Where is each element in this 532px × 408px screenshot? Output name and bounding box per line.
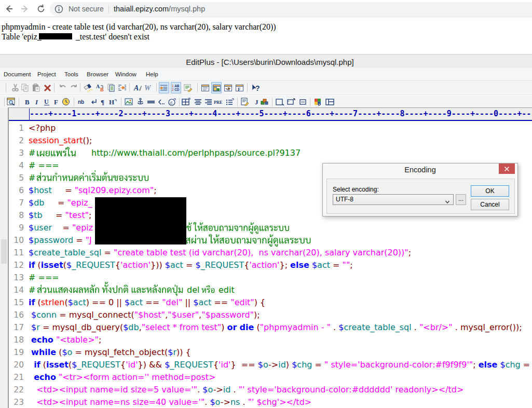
browser-preview-button[interactable]: [6, 97, 17, 107]
cancel-button[interactable]: Cancel: [471, 199, 509, 210]
svg-text:AB: AB: [174, 84, 180, 88]
window-doc-button[interactable]: [211, 82, 222, 93]
nbsp-button[interactable]: nb: [77, 97, 87, 107]
menu-help[interactable]: Help: [144, 70, 160, 78]
set-font-button[interactable]: A: [132, 82, 143, 93]
copyright-button[interactable]: c: [167, 97, 177, 107]
line-number-button[interactable]: 1AB2CD: [171, 82, 181, 93]
encoding-combobox[interactable]: UTF-8: [333, 194, 454, 205]
svg-text:W: W: [144, 84, 152, 92]
reload-button[interactable]: [34, 2, 48, 16]
preferences-button[interactable]: [183, 82, 194, 93]
security-label[interactable]: Not secure: [69, 5, 104, 13]
menu-tools[interactable]: Tools: [62, 70, 80, 78]
code-token: # ===: [29, 273, 59, 282]
code-token: );: [254, 310, 260, 320]
left-scrollbar-thumb[interactable]: [1, 239, 7, 264]
code-token: =: [312, 360, 324, 370]
code-token: "phpmyadmin - ": [260, 322, 331, 332]
align-center-button[interactable]: [193, 97, 203, 107]
code-line-3: 3# http://www.thaiall.com/perlphpasp/sou…: [9, 147, 532, 159]
paragraph-button[interactable]: ¶: [99, 97, 109, 107]
replace-button[interactable]: AB: [95, 82, 105, 93]
code-token: $: [312, 260, 317, 270]
window-func-button[interactable]: F: [234, 82, 244, 93]
script-button[interactable]: [240, 97, 250, 107]
svg-text:B: B: [100, 87, 104, 92]
code-token: strlen: [41, 297, 65, 307]
code-token: "<br/>": [419, 322, 453, 332]
cut-button[interactable]: [10, 82, 20, 93]
table-button[interactable]: [181, 97, 192, 107]
menu-document[interactable]: Document: [2, 70, 33, 78]
back-button[interactable]: [2, 2, 16, 16]
object-button[interactable]: [259, 97, 269, 107]
code-token: r: [36, 322, 40, 332]
browse-button[interactable]: ...: [456, 194, 466, 205]
paste-button[interactable]: [31, 82, 41, 93]
redo-button[interactable]: [69, 82, 79, 93]
code-text: echo "<tr><form action='' method=post>: [29, 371, 216, 384]
forward-button[interactable]: [18, 2, 32, 16]
clipped-icon-button[interactable]: [0, 82, 3, 92]
bold-button[interactable]: B: [22, 97, 33, 107]
div-open-button[interactable]: [275, 97, 285, 107]
code-line-14: 14# deledit: [9, 284, 532, 296]
window-tool-button[interactable]: [223, 82, 233, 93]
code-token: _REQUEST: [170, 360, 213, 370]
menu-window[interactable]: Window: [113, 70, 139, 78]
code-token: $: [66, 260, 72, 270]
code-token: .: [204, 397, 210, 407]
menu-browser[interactable]: Browser: [85, 70, 111, 78]
code-token: =: [65, 185, 72, 195]
code-token: "J: [86, 235, 92, 245]
undo-button[interactable]: [58, 82, 68, 93]
line-number: 6: [9, 184, 24, 197]
anchor-button[interactable]: [135, 97, 145, 107]
code-token: mysql_error());: [460, 322, 522, 332]
ok-button[interactable]: OK: [471, 185, 509, 197]
heading-button[interactable]: H: [108, 97, 118, 107]
color-picker-button[interactable]: [313, 97, 323, 107]
pre-button[interactable]: PRE: [214, 97, 224, 107]
window-list-button[interactable]: [200, 82, 210, 93]
word-wrap-button[interactable]: W: [143, 82, 154, 93]
code-token: "select * from test": [142, 322, 221, 332]
editplus-title-bar[interactable]: EditPlus - [C:\Users\burin\Downloads\mys…: [0, 54, 532, 68]
align-right-button[interactable]: [203, 97, 213, 107]
code-text: while ($o = mysql_fetch_object($r)) {: [29, 346, 191, 359]
image-button[interactable]: [124, 97, 134, 107]
div-close-button[interactable]: [285, 97, 296, 107]
menu-bar: DocumentProjectToolsBrowserWindowHelp: [0, 68, 532, 81]
line-number: 3: [9, 147, 24, 159]
code-token: };: [279, 260, 290, 270]
hrule-button[interactable]: [146, 97, 156, 107]
char-clock-button[interactable]: [61, 97, 71, 107]
ruler-marks: ----+----1----+----2----+----3----+----4…: [30, 109, 532, 118]
code-token: http://www.thaiall.com/perlphpasp/source…: [91, 147, 301, 159]
delete-button[interactable]: [43, 82, 53, 93]
find-in-files-button[interactable]: [106, 82, 116, 93]
address-bar[interactable]: Not secure thaiall.epizy.com/mysql.php: [50, 2, 532, 16]
code-token: ) == 0 ||: [86, 297, 125, 307]
auto-indent-button[interactable]: [159, 82, 169, 93]
indent-button[interactable]: [117, 82, 127, 93]
span-button[interactable]: [298, 97, 308, 107]
line-break-button[interactable]: [89, 97, 99, 107]
url-text[interactable]: thaiall.epizy.com/mysql.php: [114, 5, 205, 13]
font-button[interactable]: F: [51, 97, 62, 107]
help-button[interactable]: ?: [250, 82, 261, 93]
list-button[interactable]: [225, 97, 235, 107]
frame-button[interactable]: [325, 97, 335, 107]
encoding-dialog: Encoding Select encoding: UTF-8 ... OK C…: [322, 163, 518, 216]
dialog-close-button[interactable]: [499, 164, 515, 174]
underline-button[interactable]: U: [42, 97, 52, 107]
site-info-icon[interactable]: [54, 5, 63, 13]
code-token: ): [221, 322, 227, 332]
menu-project[interactable]: Project: [35, 70, 58, 78]
find-button[interactable]: [83, 82, 93, 93]
code-token: ->: [221, 397, 230, 407]
copy-button[interactable]: [20, 82, 30, 93]
italic-button[interactable]: I: [32, 97, 43, 107]
comment-button[interactable]: [156, 97, 167, 107]
